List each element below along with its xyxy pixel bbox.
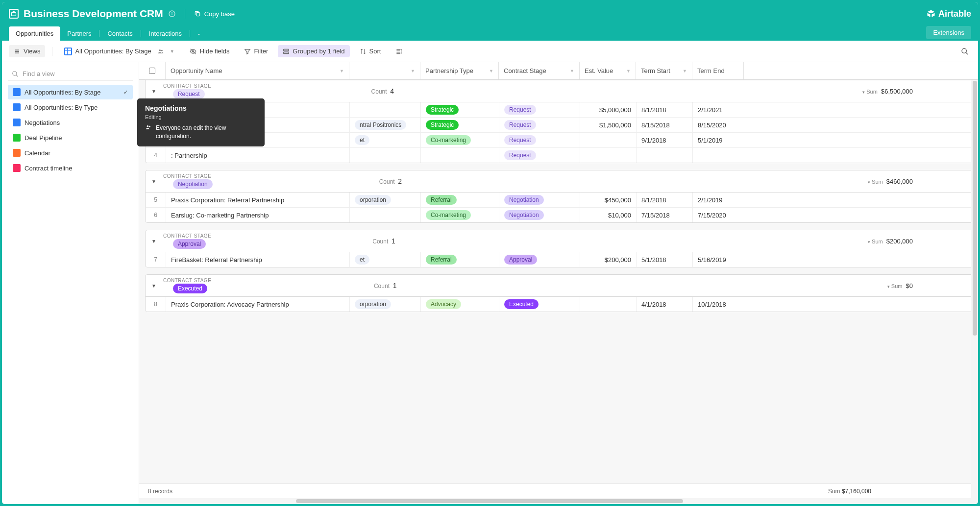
add-tab-button[interactable]	[191, 28, 207, 41]
cell-tstart[interactable]: 8/15/2018	[637, 118, 693, 132]
chevron-down-icon[interactable]: ▼	[411, 69, 415, 73]
cell-tstart[interactable]: 9/1/2018	[637, 133, 693, 147]
cell-name[interactable]: Praxis Corporation: Referral Partnership	[166, 193, 350, 207]
cell-cstage[interactable]: Approval	[499, 252, 580, 267]
collapse-toggle[interactable]: ▼	[151, 283, 156, 289]
table-row[interactable]: 7FireBasket: Referral PartnershipetRefer…	[145, 252, 973, 267]
tab-opportunities[interactable]: Opportunities	[9, 26, 60, 41]
cell-cstage[interactable]: Request	[499, 118, 580, 132]
hide-fields-button[interactable]: Hide fields	[184, 45, 235, 57]
select-all-checkbox[interactable]	[139, 62, 166, 79]
cell-cstage[interactable]: Negotiation	[499, 193, 580, 207]
sidebar-view-item[interactable]: Negotiations	[8, 115, 133, 130]
table-row[interactable]: 1pStrategicRequest$5,000,0008/1/20182/1/…	[145, 102, 973, 118]
cell-partner[interactable]	[350, 148, 421, 163]
cell-ptype[interactable]: Referral	[421, 252, 499, 267]
tab-contacts[interactable]: Contacts	[100, 26, 139, 41]
cell-tstart[interactable]: 5/1/2018	[637, 252, 693, 267]
cell-tend[interactable]: 8/15/2020	[693, 118, 744, 132]
collapse-toggle[interactable]: ▼	[151, 179, 156, 184]
table-row[interactable]: 3artnershipetCo-marketingRequest9/1/2018…	[145, 133, 973, 148]
cell-name[interactable]: Earslug: Co-marketing Partnership	[166, 208, 350, 222]
cell-ptype[interactable]: Referral	[421, 193, 499, 207]
cell-name[interactable]: Praxis Corporation: Advocacy Partnership	[166, 297, 350, 312]
cell-cstage[interactable]: Request	[499, 133, 580, 147]
chevron-down-icon[interactable]: ▼	[570, 69, 574, 73]
cell-tend[interactable]: 2/1/2019	[693, 193, 744, 207]
cell-tend[interactable]: 10/1/2018	[693, 297, 744, 312]
chevron-down-icon[interactable]: ▼	[489, 69, 493, 73]
cell-ptype[interactable]: Co-marketing	[421, 208, 499, 222]
sidebar-view-item[interactable]: Calendar	[8, 145, 133, 160]
sidebar-view-item[interactable]: All Opportunities: By Stage✓	[8, 85, 133, 99]
cell-tstart[interactable]: 4/1/2018	[637, 297, 693, 312]
chevron-down-icon[interactable]: ▼	[340, 69, 344, 73]
cell-value[interactable]: $450,000	[580, 193, 637, 207]
copy-base-button[interactable]: Copy base	[194, 10, 235, 18]
search-button[interactable]	[958, 45, 971, 58]
cell-cstage[interactable]: Executed	[499, 297, 580, 312]
cell-tstart[interactable]: 8/1/2018	[637, 193, 693, 207]
scrollbar-horizontal[interactable]	[139, 498, 978, 504]
cell-partner[interactable]: ntral Positronics	[350, 118, 421, 132]
cell-ptype[interactable]: Strategic	[421, 102, 499, 117]
extensions-button[interactable]: Extensions	[926, 26, 971, 39]
cell-partner[interactable]: et	[350, 133, 421, 147]
cell-tend[interactable]: 2/1/2021	[693, 102, 744, 117]
cell-tstart[interactable]: 7/15/2018	[637, 208, 693, 222]
cell-tend[interactable]: 5/1/2019	[693, 133, 744, 147]
tab-partners[interactable]: Partners	[60, 26, 98, 41]
sidebar-view-item[interactable]: Deal Pipeline	[8, 130, 133, 145]
cell-value[interactable]	[580, 148, 637, 163]
cell-tend[interactable]: 7/15/2020	[693, 208, 744, 222]
cell-cstage[interactable]: Request	[499, 148, 580, 163]
col-header-value[interactable]: Est. Value▼	[580, 62, 636, 79]
group-header[interactable]: ▼CONTRACT STAGERequestCount 4▾ Sum $6,50…	[145, 80, 973, 102]
chevron-down-icon[interactable]: ▼	[626, 69, 631, 73]
cell-name[interactable]: FireBasket: Referral Partnership	[166, 252, 350, 267]
table-row[interactable]: 6Earslug: Co-marketing PartnershipCo-mar…	[145, 208, 973, 223]
table-row[interactable]: 2Strategic Partnershipntral PositronicsS…	[145, 118, 973, 133]
cell-ptype[interactable]	[421, 148, 499, 163]
group-button[interactable]: Grouped by 1 field	[278, 45, 349, 57]
cell-value[interactable]	[580, 133, 637, 147]
cell-value[interactable]: $1,500,000	[580, 118, 637, 132]
info-icon[interactable]	[168, 10, 176, 18]
cell-ptype[interactable]: Co-marketing	[421, 133, 499, 147]
cell-cstage[interactable]: Request	[499, 102, 580, 117]
cell-partner[interactable]	[350, 102, 421, 117]
tab-interactions[interactable]: Interactions	[142, 26, 189, 41]
cell-value[interactable]: $5,000,000	[580, 102, 637, 117]
col-header-cstage[interactable]: Contract Stage▼	[499, 62, 580, 79]
sidebar-view-item[interactable]: Contract timeline	[8, 161, 133, 175]
col-header-tend[interactable]: Term End	[692, 62, 744, 79]
cell-name[interactable]: : Partnership	[166, 148, 350, 163]
brand-logo[interactable]: Airtable	[927, 9, 971, 19]
col-header-tstart[interactable]: Term Start▼	[636, 62, 692, 79]
cell-partner[interactable]	[350, 208, 421, 222]
col-header-ptype[interactable]: Partnership Type▼	[420, 62, 499, 79]
grid-body[interactable]: ▼CONTRACT STAGERequestCount 4▾ Sum $6,50…	[139, 80, 978, 483]
group-header[interactable]: ▼CONTRACT STAGEApprovalCount 1▾ Sum $200…	[145, 230, 973, 252]
cell-value[interactable]: $200,000	[580, 252, 637, 267]
collapse-toggle[interactable]: ▼	[151, 89, 156, 94]
cell-tstart[interactable]: 8/1/2018	[637, 102, 693, 117]
sort-button[interactable]: Sort	[355, 45, 386, 57]
filter-button[interactable]: Filter	[239, 45, 273, 57]
cell-value[interactable]: $10,000	[580, 208, 637, 222]
table-row[interactable]: 4: PartnershipRequest	[145, 148, 973, 163]
cell-ptype[interactable]: Advocacy	[421, 297, 499, 312]
cell-tstart[interactable]	[637, 148, 693, 163]
sidebar-view-item[interactable]: All Opportunities: By Type	[8, 100, 133, 115]
col-header-partner[interactable]: ▼	[349, 62, 420, 79]
cell-partner[interactable]: orporation	[350, 297, 421, 312]
group-header[interactable]: ▼CONTRACT STAGEExecutedCount 1▾ Sum $0	[145, 274, 973, 297]
chevron-down-icon[interactable]: ▼	[683, 69, 687, 73]
scrollbar-vertical[interactable]	[971, 80, 978, 504]
base-title[interactable]: Business Development CRM	[24, 8, 163, 20]
cell-value[interactable]	[580, 297, 637, 312]
cell-tend[interactable]: 5/16/2019	[693, 252, 744, 267]
cell-cstage[interactable]: Negotiation	[499, 208, 580, 222]
col-header-name[interactable]: Opportunity Name▼	[166, 62, 349, 79]
find-view-search[interactable]	[8, 67, 133, 81]
